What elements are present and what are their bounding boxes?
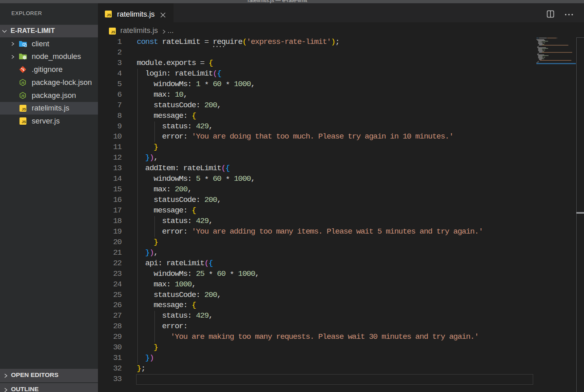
svg-text:JS: JS — [21, 81, 25, 84]
svg-text:JS: JS — [21, 94, 25, 97]
